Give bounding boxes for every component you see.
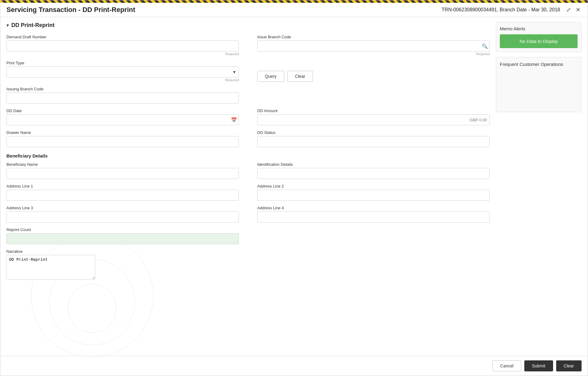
window-title: Servicing Transaction - DD Print-Reprint [6, 6, 135, 14]
memo-alerts-box: Memo Alerts No Data to Display [496, 22, 582, 52]
issue-branch-code-label: Issue Branch Code [257, 35, 490, 39]
issuing-branch-code-input[interactable] [6, 93, 239, 104]
dd-date-label: DD Date [6, 108, 239, 113]
form-grid-bene3: Address Line 3 Address Line 4 [6, 206, 490, 227]
issue-branch-code-field: Issue Branch Code 🔍 Required [257, 35, 490, 56]
drawer-name-field: Drawer Name [6, 130, 239, 147]
address-line3-label: Address Line 3 [6, 206, 239, 210]
no-data-button[interactable]: No Data to Display [500, 34, 578, 48]
transaction-info: TRN-0062308900034491, Branch Date - Mar … [442, 7, 560, 13]
form-grid-reprint: Reprint Count [6, 227, 490, 249]
dd-status-label: DD Status [257, 130, 490, 135]
form-grid-bene1: Beneficiary Name Identification Details [6, 162, 490, 184]
address-line1-field: Address Line 1 [6, 184, 239, 201]
section-title: DD Print-Reprint [11, 22, 55, 28]
print-type-select[interactable] [6, 66, 239, 78]
clear-form-button[interactable]: Clear [287, 71, 313, 82]
reprint-count-label: Reprint Count [6, 227, 239, 232]
frequent-ops-title: Frequent Customer Operations [500, 61, 578, 67]
drawer-name-label: Drawer Name [6, 130, 239, 135]
dd-amount-label: DD Amount [257, 108, 490, 113]
issuing-branch-code-field: Issuing Branch Code [6, 87, 239, 104]
beneficiary-name-field: Beneficiary Name [6, 162, 239, 179]
dd-amount-input[interactable] [257, 114, 490, 125]
dd-date-input[interactable] [6, 114, 239, 125]
frequent-ops-box: Frequent Customer Operations [496, 57, 582, 112]
cancel-button[interactable]: Cancel [492, 360, 521, 371]
window-controls: ⤢ ✕ [565, 6, 582, 14]
form-grid-row4: DD Date 📅 DD Amount [6, 108, 490, 130]
main-form: ▾ DD Print-Reprint Demand Draft Number R… [6, 22, 490, 351]
submit-button[interactable]: Submit [524, 360, 553, 371]
demand-draft-number-input[interactable] [6, 40, 239, 51]
issue-branch-code-wrapper: 🔍 [257, 40, 490, 51]
content-area: ▾ DD Print-Reprint Demand Draft Number R… [0, 17, 588, 356]
beneficiary-name-label: Beneficiary Name [6, 162, 239, 167]
collapse-icon[interactable]: ▾ [6, 22, 9, 28]
demand-draft-required: Required [6, 52, 239, 56]
address-line2-input[interactable] [257, 190, 490, 201]
right-sidebar: Memo Alerts No Data to Display Frequent … [496, 22, 582, 351]
reprint-count-field: Reprint Count [6, 227, 239, 244]
reprint-count-input[interactable] [6, 233, 239, 244]
issue-branch-code-input[interactable] [257, 40, 490, 51]
address-line3-field: Address Line 3 [6, 206, 239, 222]
stripe-decoration [0, 0, 588, 3]
address-line2-label: Address Line 2 [257, 184, 490, 188]
demand-draft-number-field: Demand Draft Number Required [6, 35, 239, 56]
title-bar: Servicing Transaction - DD Print-Reprint… [0, 3, 588, 17]
main-window: Servicing Transaction - DD Print-Reprint… [0, 0, 588, 376]
drawer-name-input[interactable] [6, 136, 239, 147]
address-line3-input[interactable] [6, 211, 239, 222]
address-line4-input[interactable] [257, 211, 490, 222]
calendar-icon-btn[interactable]: 📅 [231, 117, 237, 123]
address-line1-label: Address Line 1 [6, 184, 239, 188]
identification-details-label: Identification Details [257, 162, 490, 167]
identification-details-field: Identification Details [257, 162, 490, 179]
bg-circle-3 [68, 284, 117, 333]
print-type-label: Print Type [6, 61, 239, 65]
print-type-required: Required [6, 78, 239, 82]
identification-details-input[interactable] [257, 168, 490, 179]
query-button[interactable]: Query [257, 71, 284, 82]
clear-bottom-button[interactable]: Clear [556, 360, 582, 371]
footer-bar: Cancel Submit Clear [0, 356, 588, 376]
form-grid-bene2: Address Line 1 Address Line 2 [6, 184, 490, 206]
demand-draft-number-label: Demand Draft Number [6, 35, 239, 39]
dd-amount-field: DD Amount [257, 108, 490, 125]
dd-status-input[interactable] [257, 136, 490, 147]
dd-date-wrapper: 📅 [6, 114, 239, 125]
form-grid-row5: Drawer Name DD Status [6, 130, 490, 152]
narrative-label: Narrative [6, 249, 95, 254]
narrative-textarea[interactable] [6, 255, 95, 279]
form-grid-row1: Demand Draft Number Required Issue Branc… [6, 35, 490, 61]
address-line4-label: Address Line 4 [257, 206, 490, 210]
print-type-field: Print Type ▼ Required [6, 61, 239, 82]
print-type-wrapper: ▼ [6, 66, 239, 78]
form-grid-row3: Issuing Branch Code [6, 87, 490, 108]
address-line2-field: Address Line 2 [257, 184, 490, 201]
narrative-field: Narrative [6, 249, 95, 279]
issuing-branch-code-label: Issuing Branch Code [6, 87, 239, 91]
query-clear-row: Query Clear [257, 62, 490, 82]
issue-branch-required: Required [257, 52, 490, 56]
section-header: ▾ DD Print-Reprint [6, 22, 490, 28]
address-line1-input[interactable] [6, 190, 239, 201]
dd-status-field: DD Status [257, 130, 490, 147]
memo-alerts-title: Memo Alerts [500, 26, 578, 31]
address-line4-field: Address Line 4 [257, 206, 490, 222]
beneficiary-section-title: Beneficiary Details [6, 153, 490, 158]
title-bar-right: TRN-0062308900034491, Branch Date - Mar … [442, 6, 582, 14]
dd-date-field: DD Date 📅 [6, 108, 239, 125]
expand-button[interactable]: ⤢ [565, 6, 572, 14]
close-button[interactable]: ✕ [575, 6, 582, 14]
search-icon-btn[interactable]: 🔍 [482, 43, 488, 49]
beneficiary-name-input[interactable] [6, 168, 239, 179]
